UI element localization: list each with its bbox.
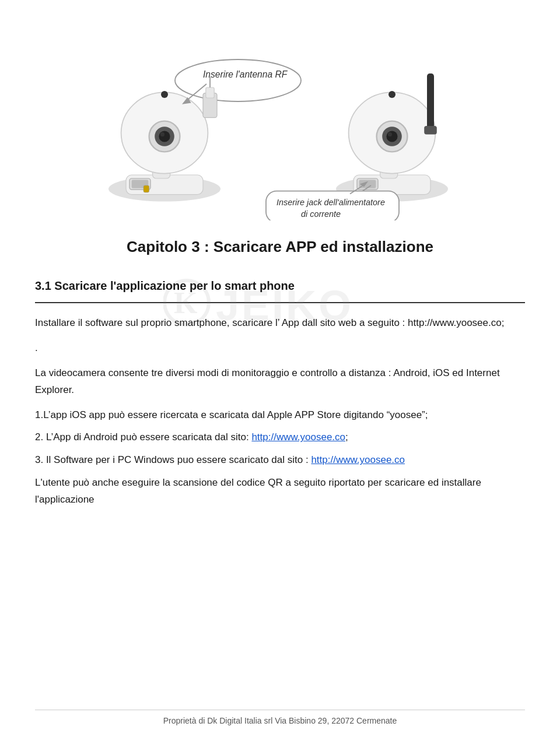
- camera-illustration-section: Inserire l'antenna RF: [35, 0, 525, 232]
- section-title: 3.1 Scaricare l'applicazione per lo smar…: [35, 279, 525, 293]
- chapter-title: Capitolo 3 : Scaricare APP ed installazi…: [35, 238, 525, 256]
- page-footer: Proprietà di Dk Digital Italia srl Via B…: [35, 710, 525, 725]
- svg-text:Inserire l'antenna RF: Inserire l'antenna RF: [203, 69, 288, 79]
- paragraph-dot: .: [35, 340, 525, 357]
- svg-point-27: [386, 131, 397, 142]
- link-yoosee-android[interactable]: http://www.yoosee.co: [251, 431, 345, 443]
- numbered-item-1: 1.L’app iOS app può essere ricercata e s…: [35, 407, 525, 424]
- svg-point-28: [388, 132, 392, 136]
- svg-point-31: [388, 91, 396, 98]
- svg-point-11: [161, 91, 168, 98]
- section-divider: [35, 302, 525, 303]
- cameras-svg: Inserire l'antenna RF: [35, 17, 525, 220]
- svg-point-12: [175, 59, 301, 101]
- paragraph-3: L'utente può anche eseguire la scansione…: [35, 475, 525, 508]
- page-container: Inserire l'antenna RF: [0, 0, 560, 737]
- numbered-item-2: 2. L’App di Android può essere scaricata…: [35, 429, 525, 446]
- svg-point-10: [160, 132, 164, 136]
- numbered-item-3: 3. Il Software per i PC Windows puo esse…: [35, 452, 525, 469]
- svg-rect-4: [144, 185, 149, 192]
- paragraph-1: Installare il software sul proprio smart…: [35, 315, 525, 332]
- footer-text: Proprietà di Dk Digital Italia srl Via B…: [163, 716, 397, 725]
- content-area: K JEIKO 3.1 Scaricare l'applicazione per…: [35, 268, 525, 737]
- link-yoosee-pc[interactable]: http://www.yoosee.co: [311, 454, 405, 465]
- svg-rect-29: [427, 73, 434, 129]
- svg-point-9: [159, 131, 170, 142]
- paragraph-2: La videocamera consente tre diversi modi…: [35, 365, 525, 399]
- svg-text:di corrente: di corrente: [301, 209, 341, 219]
- svg-rect-17: [206, 87, 214, 98]
- svg-text:Inserire jack  dell'alimentato: Inserire jack dell'alimentatore: [276, 198, 385, 207]
- svg-rect-30: [424, 126, 437, 134]
